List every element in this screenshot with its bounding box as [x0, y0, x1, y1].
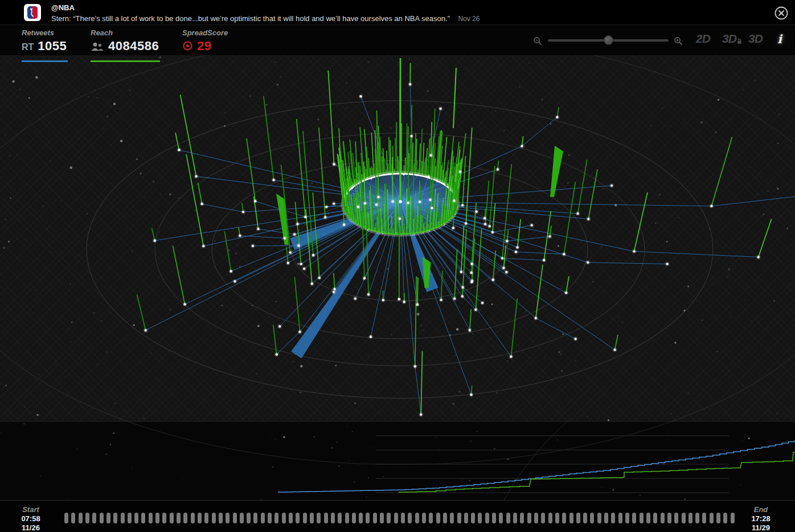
timeline-bar-segment[interactable]	[64, 513, 68, 523]
timeline-bar-segment[interactable]	[436, 513, 440, 523]
timeline-bar-segment[interactable]	[710, 513, 714, 523]
timeline-bar-segment[interactable]	[667, 513, 671, 523]
timeline-bar-segment[interactable]	[464, 513, 468, 523]
view-2d-button[interactable]: 2D	[696, 32, 710, 46]
timeline-bar-segment[interactable]	[604, 513, 608, 523]
timeline-bar-segment[interactable]	[282, 513, 286, 523]
info-icon[interactable]: i	[777, 32, 782, 46]
timeline-bar-segment[interactable]	[387, 513, 391, 523]
timeline-bar-segment[interactable]	[632, 513, 636, 523]
timeline-bar-segment[interactable]	[415, 513, 419, 523]
timeline-bar-segment[interactable]	[534, 513, 538, 523]
zoom-slider[interactable]	[548, 35, 669, 46]
timeline-bar-segment[interactable]	[212, 513, 216, 523]
timeline-bar-segment[interactable]	[443, 513, 447, 523]
timeline-bar-segment[interactable]	[289, 513, 293, 523]
timeline-bar-segment[interactable]	[219, 513, 223, 523]
timeline-bar-segment[interactable]	[310, 513, 314, 523]
timeline-bar-segment[interactable]	[702, 513, 706, 523]
timeline-bar-segment[interactable]	[373, 513, 377, 523]
timeline-bar-segment[interactable]	[716, 513, 720, 523]
timeline-bar-segment[interactable]	[141, 513, 145, 523]
timeline-bar-segment[interactable]	[625, 513, 629, 523]
timeline-bar-segment[interactable]	[590, 513, 594, 523]
timeline-bar-segment[interactable]	[92, 513, 96, 523]
timeline-bar-segment[interactable]	[338, 513, 342, 523]
timeline-bar-segment[interactable]	[113, 513, 117, 523]
timeline-bar-segment[interactable]	[541, 513, 545, 523]
timeline-bar-segment[interactable]	[562, 513, 566, 523]
timeline-bar-segment[interactable]	[274, 513, 278, 523]
timeline-bar-segment[interactable]	[401, 513, 405, 523]
timeline-bar-segment[interactable]	[71, 513, 75, 523]
timeline-bar-segment[interactable]	[492, 513, 496, 523]
timeline-bar-segment[interactable]	[611, 513, 615, 523]
timeline-bar-segment[interactable]	[366, 513, 370, 523]
stat-retweets[interactable]: Retweets RT 1055	[22, 28, 67, 54]
timeline-bar-segment[interactable]	[520, 513, 524, 523]
timeline-bar-segment[interactable]	[478, 513, 482, 523]
timeline-bar-segment[interactable]	[345, 513, 349, 523]
timeline-bar-segment[interactable]	[331, 513, 335, 523]
timeline-bar-segment[interactable]	[352, 513, 356, 523]
timeline-bar-segment[interactable]	[583, 513, 587, 523]
timeline-bar-segment[interactable]	[422, 513, 426, 523]
timeline-bar-segment[interactable]	[253, 513, 257, 523]
timeline-bar-segment[interactable]	[646, 513, 650, 523]
timeline-bar-segment[interactable]	[324, 513, 328, 523]
timeline-bar-segment[interactable]	[723, 513, 727, 523]
timeline-bar-segment[interactable]	[576, 513, 580, 523]
timeline-bar-segment[interactable]	[471, 513, 475, 523]
timeline-bar-segment[interactable]	[85, 513, 89, 523]
timeline-bar-segment[interactable]	[261, 513, 265, 523]
close-icon[interactable]	[774, 6, 789, 21]
timeline-bar-segment[interactable]	[674, 513, 678, 523]
stat-reach[interactable]: Reach 4084586	[91, 28, 159, 54]
timeline-bar-segment[interactable]	[149, 513, 153, 523]
timeline-bar-segment[interactable]	[155, 513, 159, 523]
timeline-bar-segment[interactable]	[121, 513, 125, 523]
timeline-bar-segment[interactable]	[653, 513, 657, 523]
timeline-bar-segment[interactable]	[191, 513, 195, 523]
timeline-bar-segment[interactable]	[394, 513, 398, 523]
timeline-bar-segment[interactable]	[100, 513, 104, 523]
timeline-bar-segment[interactable]	[689, 513, 692, 523]
timeline-bar-segment[interactable]	[640, 513, 644, 523]
timeline-bar-segment[interactable]	[170, 513, 174, 523]
stat-spreadscore[interactable]: SpreadScore 29	[182, 28, 228, 54]
timeline-bar-segment[interactable]	[527, 513, 531, 523]
timeline-bar-segment[interactable]	[296, 513, 300, 523]
view-3d-locked-button[interactable]: 3D	[722, 32, 741, 46]
timeline-bar-segment[interactable]	[183, 513, 187, 523]
timeline-bar-segment[interactable]	[555, 513, 559, 523]
timeline-bar-segment[interactable]	[485, 513, 489, 523]
timeline-bar-segment[interactable]	[661, 513, 665, 523]
zoom-in-icon[interactable]	[674, 36, 683, 46]
timeline-bar-segment[interactable]	[359, 513, 363, 523]
timeline-bar-segment[interactable]	[79, 513, 83, 523]
timeline-bar-segment[interactable]	[106, 513, 110, 523]
timeline-bar-segment[interactable]	[506, 513, 510, 523]
timeline-bar-segment[interactable]	[429, 513, 433, 523]
timeline-bar-segment[interactable]	[128, 513, 132, 523]
timeline-bar-segment[interactable]	[499, 513, 503, 523]
timeline-bar-segment[interactable]	[268, 513, 272, 523]
spread-3d-graph[interactable]	[0, 55, 795, 500]
timeline-bar-segment[interactable]	[247, 513, 251, 523]
zoom-out-icon[interactable]	[533, 36, 543, 46]
timeline-bar-segment[interactable]	[408, 513, 412, 523]
timeline-bar-segment[interactable]	[303, 513, 307, 523]
timeline-bar-segment[interactable]	[317, 513, 321, 523]
timeline-bar-segment[interactable]	[380, 513, 384, 523]
timeline-bar-segment[interactable]	[450, 513, 454, 523]
timeline-bar-segment[interactable]	[682, 513, 686, 523]
timeline-bar-segment[interactable]	[597, 513, 601, 523]
timeline-bar-segment[interactable]	[177, 513, 181, 523]
view-3d-button[interactable]: 3D	[748, 32, 763, 46]
timeline-bar-segment[interactable]	[548, 513, 552, 523]
timeline-bar-segment[interactable]	[731, 513, 735, 523]
timeline-bar-segment[interactable]	[204, 513, 208, 523]
timeline-bar-segment[interactable]	[618, 513, 622, 523]
timeline-bar-segment[interactable]	[457, 513, 461, 523]
timeline-bar-segment[interactable]	[233, 513, 237, 523]
